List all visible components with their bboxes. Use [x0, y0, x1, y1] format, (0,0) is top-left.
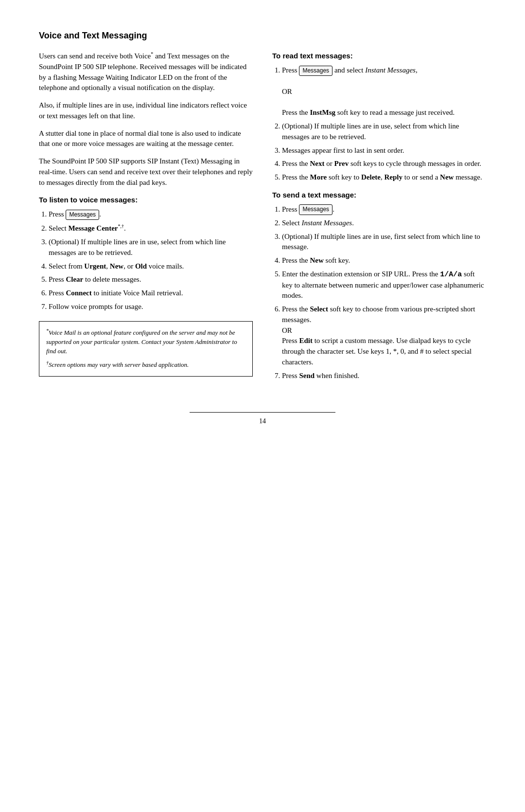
- footnote-1: *Voice Mail is an optional feature confi…: [46, 327, 245, 356]
- footnote-2: †Screen options may vary with server bas…: [46, 360, 245, 370]
- left-column: Users can send and receive both Voice* a…: [39, 51, 253, 388]
- footnote-box: *Voice Mail is an optional feature confi…: [39, 321, 253, 377]
- page-title: Voice and Text Messaging: [39, 29, 486, 42]
- list-item: Select Message Center*,†.: [49, 223, 253, 234]
- send-message-section: To send a text message: Press Messages. …: [272, 190, 486, 381]
- list-item: Select Instant Messages.: [282, 218, 486, 229]
- list-item: Press Connect to initiate Voice Mail ret…: [49, 288, 253, 299]
- messages-key: Messages: [66, 210, 99, 220]
- list-item: (Optional) If multiple lines are in use,…: [49, 237, 253, 258]
- page-number: 14: [259, 417, 266, 425]
- read-messages-list: Press Messages and select Instant Messag…: [282, 65, 486, 183]
- list-item: Press Messages.: [49, 209, 253, 220]
- voice-messages-heading: To listen to voice messages:: [39, 195, 253, 205]
- intro-para-1: Users can send and receive both Voice* a…: [39, 51, 253, 93]
- list-item: Press Messages and select Instant Messag…: [282, 65, 486, 118]
- right-column: To read text messages: Press Messages an…: [272, 51, 486, 388]
- list-item: Select from Urgent, New, or Old voice ma…: [49, 261, 253, 272]
- list-item: Enter the destination extension or SIP U…: [282, 269, 486, 301]
- voice-messages-section: To listen to voice messages: Press Messa…: [39, 195, 253, 312]
- list-item: (Optional) If multiple lines are in use,…: [282, 121, 486, 143]
- send-message-heading: To send a text message:: [272, 190, 486, 200]
- send-message-list: Press Messages. Select Instant Messages.…: [282, 204, 486, 381]
- message-center-label: Message Center: [68, 224, 118, 232]
- intro-para-4: The SoundPoint IP 500 SIP supports SIP I…: [39, 156, 253, 188]
- voice-messages-list: Press Messages. Select Message Center*,†…: [49, 209, 253, 312]
- list-item: Messages appear first to last in sent or…: [282, 145, 486, 156]
- two-column-layout: Users can send and receive both Voice* a…: [39, 51, 486, 388]
- list-item: Press the Next or Prev soft keys to cycl…: [282, 159, 486, 169]
- list-item: Press Clear to delete messages.: [49, 274, 253, 285]
- messages-key: Messages: [299, 204, 332, 215]
- list-item: Press the Select soft key to choose from…: [282, 304, 486, 368]
- intro-para-2: Also, if multiple lines are in use, indi…: [39, 100, 253, 122]
- page-footer: 14: [190, 412, 335, 426]
- list-item: (Optional) If multiple lines are in use,…: [282, 232, 486, 253]
- messages-key: Messages: [299, 66, 332, 76]
- list-item: Press the More soft key to Delete, Reply…: [282, 172, 486, 183]
- read-messages-heading: To read text messages:: [272, 51, 486, 61]
- list-item: Follow voice prompts for usage.: [49, 302, 253, 312]
- list-item: Press the New soft key.: [282, 255, 486, 266]
- intro-para-3: A stutter dial tone in place of normal d…: [39, 128, 253, 150]
- read-messages-section: To read text messages: Press Messages an…: [272, 51, 486, 183]
- page-container: Voice and Text Messaging Users can send …: [39, 29, 486, 427]
- list-item: Press Messages.: [282, 204, 486, 215]
- list-item: Press Send when finished.: [282, 371, 486, 381]
